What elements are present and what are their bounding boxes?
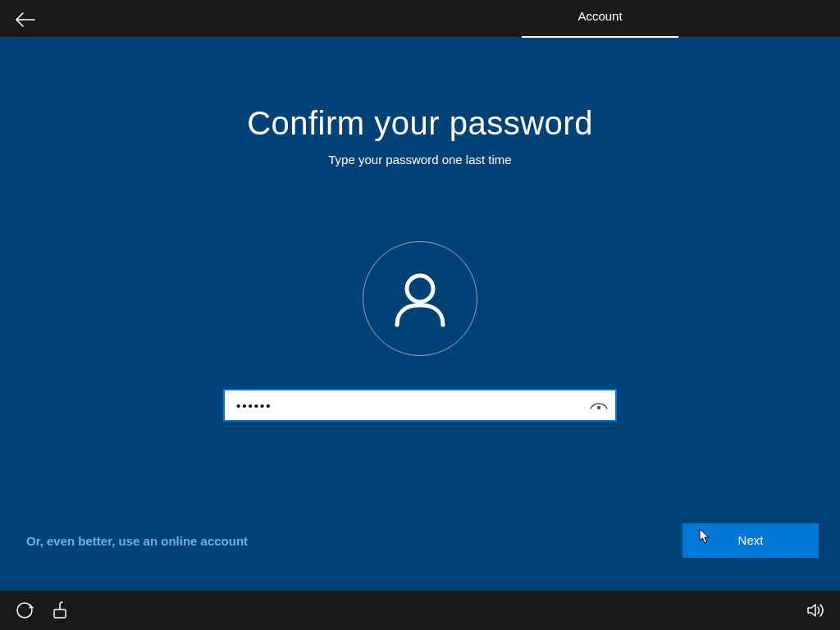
tab-account[interactable]: Account: [522, 0, 678, 38]
back-arrow-icon[interactable]: [15, 11, 36, 28]
tab-account-label: Account: [578, 9, 622, 23]
password-input[interactable]: [225, 390, 586, 420]
ease-of-access-icon[interactable]: [15, 600, 34, 620]
user-avatar-icon: [363, 241, 477, 356]
page-title: Confirm your password: [0, 105, 840, 142]
volume-icon[interactable]: [806, 600, 825, 620]
next-button[interactable]: Next: [682, 523, 819, 558]
bottombar: [0, 591, 840, 630]
password-field-container: [223, 389, 617, 422]
svg-point-0: [407, 276, 433, 302]
input-method-icon[interactable]: [51, 600, 71, 620]
topbar: Account: [0, 0, 840, 38]
page-subtitle: Type your password one last time: [0, 153, 840, 167]
main-content: Confirm your password Type your password…: [0, 38, 840, 591]
svg-rect-3: [54, 609, 66, 618]
svg-point-1: [597, 406, 600, 409]
reveal-password-icon[interactable]: [589, 397, 609, 413]
use-online-account-link[interactable]: Or, even better, use an online account: [26, 534, 248, 548]
